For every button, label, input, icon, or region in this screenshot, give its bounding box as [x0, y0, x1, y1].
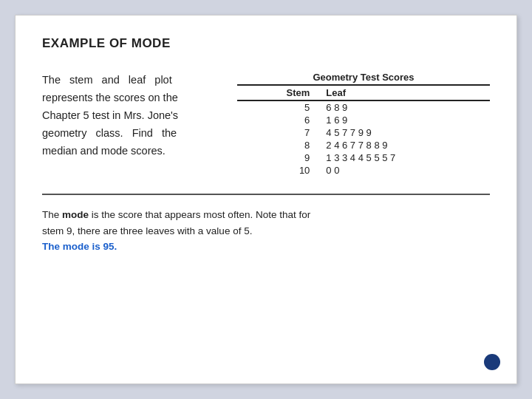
col-header-stem: Stem: [237, 85, 320, 100]
leaf-cell: 2 4 6 7 7 8 8 9: [320, 139, 490, 151]
description-line4: geometry class. Find the: [42, 127, 177, 139]
stem-leaf-table: Stem Leaf 56 8 961 6 974 5 7 7 9 982 4 6…: [237, 84, 490, 179]
col-header-leaf: Leaf: [320, 85, 490, 100]
table-row: 100 0: [237, 164, 490, 179]
slide: Example of Mode The stem and leaf plot r…: [15, 15, 517, 384]
stem-cell: 5: [237, 100, 320, 114]
table-title: Geometry Test Scores: [237, 72, 490, 83]
stem-cell: 8: [237, 139, 320, 151]
table-row: 74 5 7 7 9 9: [237, 126, 490, 139]
stem-cell: 9: [237, 151, 320, 164]
description-line2: represents the scores on the: [42, 92, 178, 103]
leaf-cell: 4 5 7 7 9 9: [320, 126, 490, 139]
description-line3: Chapter 5 test in Mrs. Jone's: [42, 109, 178, 121]
explanation: The mode is the score that appears most …: [42, 207, 490, 255]
description-line1: The stem and leaf plot: [42, 74, 172, 86]
nav-dot[interactable]: [484, 354, 500, 370]
stem-cell: 6: [237, 114, 320, 126]
stem-cell: 10: [237, 164, 320, 179]
leaf-cell: 1 6 9: [320, 114, 490, 126]
leaf-cell: 6 8 9: [320, 100, 490, 114]
table-row: 56 8 9: [237, 100, 490, 114]
divider: [42, 194, 490, 195]
slide-title: Example of Mode: [42, 36, 490, 51]
table-row: 61 6 9: [237, 114, 490, 126]
stem-leaf-table-container: Geometry Test Scores Stem Leaf 56 8 961 …: [237, 72, 490, 179]
table-row: 91 3 3 4 4 5 5 5 7: [237, 151, 490, 164]
explanation-line2: stem 9, there are three leaves with a va…: [42, 225, 252, 236]
description-text: The stem and leaf plot represents the sc…: [42, 72, 219, 179]
mode-answer: The mode is 95.: [42, 241, 117, 252]
leaf-cell: 0 0: [320, 164, 490, 179]
leaf-cell: 1 3 3 4 4 5 5 5 7: [320, 151, 490, 164]
content-area: The stem and leaf plot represents the sc…: [42, 72, 490, 179]
explanation-line1: The mode is the score that appears most …: [42, 209, 310, 220]
table-row: 82 4 6 7 7 8 8 9: [237, 139, 490, 151]
mode-keyword: mode: [62, 209, 89, 220]
description-line5: median and mode scores.: [42, 145, 166, 157]
stem-cell: 7: [237, 126, 320, 139]
